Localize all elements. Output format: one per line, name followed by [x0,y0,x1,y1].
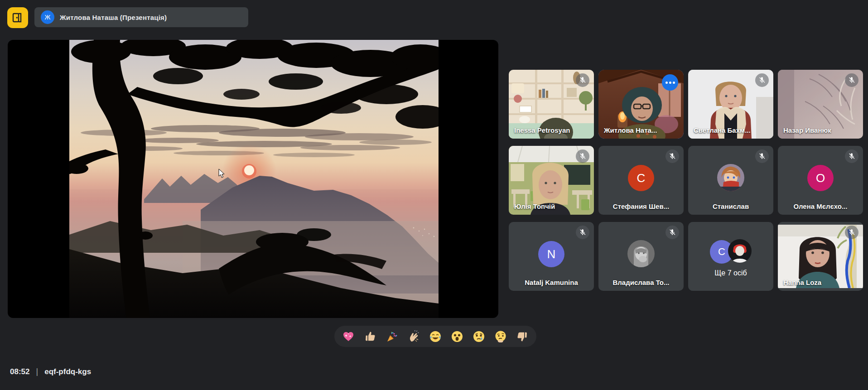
participant-tile[interactable]: O Олена Мєлєхо... [778,146,863,215]
participant-initial-avatar: O [807,165,834,191]
separator: | [36,367,38,376]
reaction-thumbs-down-icon[interactable] [516,330,529,343]
participant-tile[interactable]: Светлана Бахм... [688,70,773,139]
reaction-joy-face-icon[interactable] [429,330,442,343]
mic-off-icon [845,226,858,239]
mic-off-icon [576,73,589,87]
participant-photo-avatar [717,164,744,191]
participant-name: Стефания Шев... [598,202,684,210]
participant-name: Олена Мєлєхо... [778,202,863,210]
presentation-stage[interactable] [8,40,498,318]
participant-tile[interactable]: Назар Иванюк [778,70,863,139]
participant-name: Hanna Loza [783,279,821,286]
reaction-surprised-face-icon[interactable] [450,330,464,343]
participant-tile[interactable]: Hanna Loza [778,222,863,291]
overflow-count-label: Ще 7 осіб [688,269,773,277]
participant-tile[interactable]: Владислава То... [598,222,684,291]
meeting-code: eqf-pfdq-kgs [44,367,91,376]
meeting-info: 08:52 | eqf-pfdq-kgs [10,353,91,390]
participant-name: Inessa Petrosyan [514,126,570,134]
participant-name: Житлова Ната... [604,126,657,134]
participant-tile[interactable]: Юлія Топчій [509,146,594,215]
mouse-cursor [218,169,225,178]
overflow-avatars: C [710,239,752,265]
top-bar: Ж Житлова Наташа (Презентація) [0,0,868,33]
more-options-icon[interactable] [662,74,678,91]
meet-window: Ж Житлова Наташа (Презентація) [0,0,868,390]
participant-tile-active-speaker[interactable]: Житлова Ната... [598,70,684,139]
participant-initial-avatar: N [538,241,564,267]
presenter-avatar: Ж [41,10,54,24]
reaction-party-popper-icon[interactable] [385,330,399,343]
mic-off-icon [755,149,769,163]
reactions-bar [334,326,536,347]
reaction-thinking-face-icon[interactable] [494,330,507,343]
participants-grid: Inessa Petrosyan Житлова Ната.. [509,70,863,291]
mic-off-icon [665,149,679,163]
reaction-clapping-hands-icon[interactable] [407,330,420,343]
mic-off-icon [845,73,858,87]
shared-photo-sunset [69,40,439,318]
bottom-bar: 08:52 | eqf-pfdq-kgs cc [0,353,868,390]
participant-name: Назар Иванюк [783,126,831,134]
overflow-photo-avatar [728,239,752,263]
participant-tile[interactable]: Inessa Petrosyan [509,70,594,139]
participant-name: Юлія Топчій [514,202,555,210]
reaction-crying-face-icon[interactable] [472,330,486,343]
participant-photo-avatar [627,240,655,267]
participant-tile[interactable]: Станислав [688,146,773,215]
clock-time: 08:52 [10,367,29,376]
presenter-chip[interactable]: Ж Житлова Наташа (Презентація) [34,7,248,27]
overflow-tile[interactable]: C Ще 7 осіб [688,222,773,291]
participant-name: Natalj Kamunina [509,279,594,286]
mic-off-icon [755,73,769,87]
participant-tile[interactable]: N Natalj Kamunina [509,222,594,291]
app-door-icon[interactable] [7,7,28,28]
reaction-thumbs-up-icon[interactable] [363,330,377,343]
participant-name: Станислав [688,202,773,210]
participant-name: Владислава То... [598,279,684,286]
participant-tile[interactable]: C Стефания Шев... [598,146,684,215]
mic-off-icon [576,226,589,239]
participant-initial-avatar: C [628,165,654,191]
mic-off-icon [845,149,858,163]
presenter-chip-label: Житлова Наташа (Презентація) [60,14,167,21]
mic-off-icon [576,149,589,163]
mic-off-icon [665,226,679,239]
reaction-sparkling-heart-icon[interactable] [342,330,355,343]
participant-name: Светлана Бахм... [694,126,751,134]
